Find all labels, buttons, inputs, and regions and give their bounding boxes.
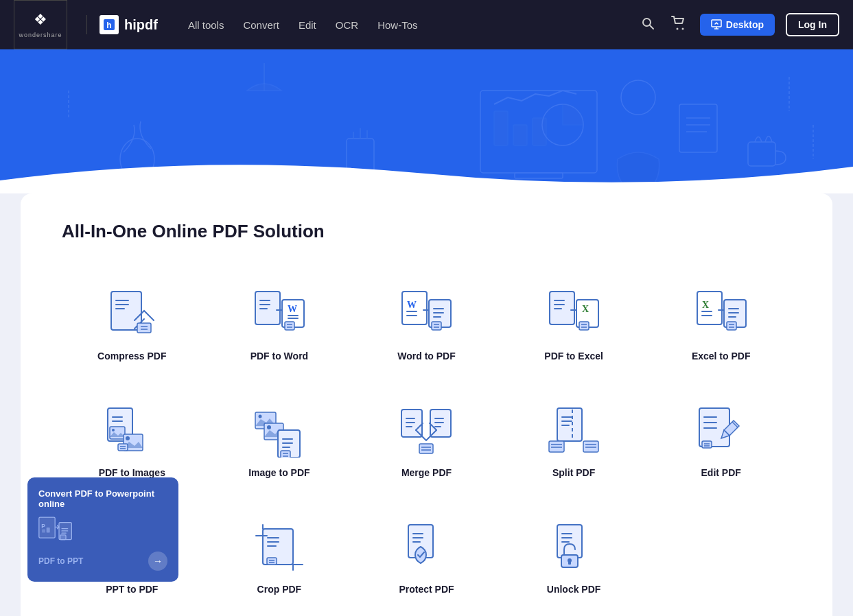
svg-rect-103 bbox=[406, 422, 415, 423]
tool-pdf-to-word[interactable]: W PDF to Word bbox=[209, 270, 350, 372]
protect-pdf-label: Protect PDF bbox=[399, 584, 454, 595]
login-button[interactable]: Log In bbox=[786, 13, 839, 36]
tool-split-pdf[interactable]: Split PDF bbox=[504, 386, 644, 489]
svg-point-93 bbox=[267, 425, 271, 429]
svg-text:W: W bbox=[407, 300, 417, 310]
svg-rect-144 bbox=[267, 541, 279, 543]
tool-compress-pdf[interactable]: Compress PDF bbox=[62, 270, 202, 372]
wondershare-logo[interactable]: ❖ wondershare bbox=[14, 0, 67, 49]
nav-convert[interactable]: Convert bbox=[243, 16, 279, 34]
tool-excel-to-pdf[interactable]: X Excel to PDF bbox=[651, 270, 791, 372]
excel-to-pdf-label: Excel to PDF bbox=[692, 351, 751, 362]
svg-rect-107 bbox=[434, 422, 444, 423]
tool-word-to-pdf[interactable]: W Word to PDF bbox=[356, 270, 497, 372]
svg-point-91 bbox=[258, 415, 261, 418]
svg-rect-75 bbox=[728, 312, 739, 313]
page-title: All-In-One Online PDF Solution bbox=[62, 221, 791, 242]
svg-rect-106 bbox=[434, 418, 444, 419]
hipdf-logo-icon: h bbox=[100, 15, 119, 34]
svg-line-3 bbox=[650, 25, 653, 29]
svg-rect-52 bbox=[406, 315, 417, 316]
svg-rect-81 bbox=[112, 416, 123, 418]
svg-rect-157 bbox=[557, 525, 582, 558]
search-button[interactable] bbox=[638, 14, 657, 36]
edit-pdf-label: Edit PDF bbox=[701, 467, 741, 478]
svg-point-84 bbox=[112, 429, 115, 431]
word-to-pdf-label: Word to PDF bbox=[397, 351, 456, 362]
ws-icon: ❖ bbox=[34, 11, 47, 29]
edit-pdf-icon bbox=[694, 403, 749, 458]
ws-brand-text: wondershare bbox=[19, 32, 62, 38]
svg-rect-51 bbox=[406, 311, 417, 312]
nav-ocr[interactable]: OCR bbox=[336, 16, 358, 34]
svg-rect-158 bbox=[561, 533, 572, 534]
tooltip-card[interactable]: Convert PDF to Powerpoint online P PDF t… bbox=[27, 477, 178, 582]
svg-rect-160 bbox=[561, 541, 570, 543]
svg-rect-97 bbox=[282, 447, 290, 448]
svg-rect-71 bbox=[701, 311, 712, 312]
svg-rect-112 bbox=[557, 408, 582, 441]
pdf-to-images-label: PDF to Images bbox=[99, 467, 165, 478]
tool-pdf-to-excel[interactable]: X PDF to Excel bbox=[504, 270, 644, 372]
svg-rect-74 bbox=[728, 308, 739, 309]
svg-rect-44 bbox=[288, 315, 299, 316]
svg-rect-169 bbox=[61, 528, 68, 529]
tooltip-bottom: PDF to PPT → bbox=[38, 552, 167, 571]
main-nav: All tools Convert Edit OCR How-Tos bbox=[188, 16, 418, 34]
svg-text:X: X bbox=[702, 300, 709, 310]
svg-rect-156 bbox=[412, 541, 421, 543]
svg-point-4 bbox=[676, 27, 678, 29]
tool-protect-pdf[interactable]: Protect PDF bbox=[356, 503, 497, 606]
svg-rect-72 bbox=[701, 315, 712, 316]
tooltip-ppt-icon: P bbox=[38, 516, 73, 543]
tooltip-title: Convert PDF to Powerpoint online bbox=[38, 488, 167, 509]
word-to-pdf-icon: W bbox=[399, 286, 454, 341]
svg-text:h: h bbox=[106, 21, 111, 30]
tooltip-arrow-button[interactable]: → bbox=[148, 552, 167, 571]
tooltip-label: PDF to PPT bbox=[38, 556, 83, 566]
cart-button[interactable] bbox=[668, 13, 689, 37]
nav-how-tos[interactable]: How-Tos bbox=[377, 16, 417, 34]
pdf-to-word-icon: W bbox=[252, 286, 307, 341]
svg-point-17 bbox=[621, 80, 655, 115]
hipdf-brand[interactable]: h hipdf bbox=[86, 15, 158, 34]
svg-rect-96 bbox=[282, 442, 293, 444]
svg-rect-114 bbox=[561, 420, 572, 422]
excel-to-pdf-icon: X bbox=[694, 286, 749, 341]
svg-point-86 bbox=[126, 436, 130, 440]
nav-edit[interactable]: Edit bbox=[299, 16, 316, 34]
svg-rect-166 bbox=[42, 530, 45, 533]
navbar: ❖ wondershare h hipdf All tools Convert … bbox=[0, 0, 853, 49]
svg-rect-46 bbox=[285, 322, 294, 330]
unlock-pdf-icon bbox=[546, 519, 601, 574]
svg-rect-77 bbox=[727, 322, 736, 330]
svg-rect-102 bbox=[406, 418, 415, 419]
svg-rect-57 bbox=[432, 322, 441, 330]
tool-merge-pdf[interactable]: Merge PDF bbox=[356, 386, 497, 489]
tool-image-to-pdf[interactable]: Image to PDF bbox=[209, 386, 350, 489]
crop-pdf-label: Crop PDF bbox=[257, 584, 302, 595]
svg-rect-126 bbox=[703, 427, 717, 429]
svg-rect-143 bbox=[267, 537, 279, 538]
svg-rect-125 bbox=[703, 422, 717, 423]
svg-text:P: P bbox=[41, 523, 45, 530]
svg-rect-23 bbox=[679, 104, 717, 152]
svg-rect-118 bbox=[583, 441, 598, 452]
desktop-button[interactable]: Desktop bbox=[700, 14, 775, 36]
nav-all-tools[interactable]: All tools bbox=[188, 16, 224, 34]
svg-point-5 bbox=[681, 27, 683, 29]
svg-rect-45 bbox=[288, 318, 299, 319]
svg-rect-56 bbox=[433, 316, 441, 318]
tool-unlock-pdf[interactable]: Unlock PDF bbox=[504, 503, 644, 606]
tool-edit-pdf[interactable]: Edit PDF bbox=[651, 386, 791, 489]
svg-rect-159 bbox=[561, 537, 572, 538]
svg-rect-63 bbox=[554, 308, 562, 309]
tool-pdf-to-images[interactable]: PDF to Images bbox=[62, 386, 202, 489]
merge-pdf-label: Merge PDF bbox=[401, 467, 452, 478]
svg-rect-117 bbox=[549, 441, 564, 452]
svg-rect-104 bbox=[406, 426, 412, 427]
split-pdf-icon bbox=[546, 403, 601, 458]
tool-crop-pdf[interactable]: Crop PDF bbox=[209, 503, 350, 606]
svg-rect-171 bbox=[61, 533, 67, 534]
svg-rect-113 bbox=[561, 416, 572, 418]
